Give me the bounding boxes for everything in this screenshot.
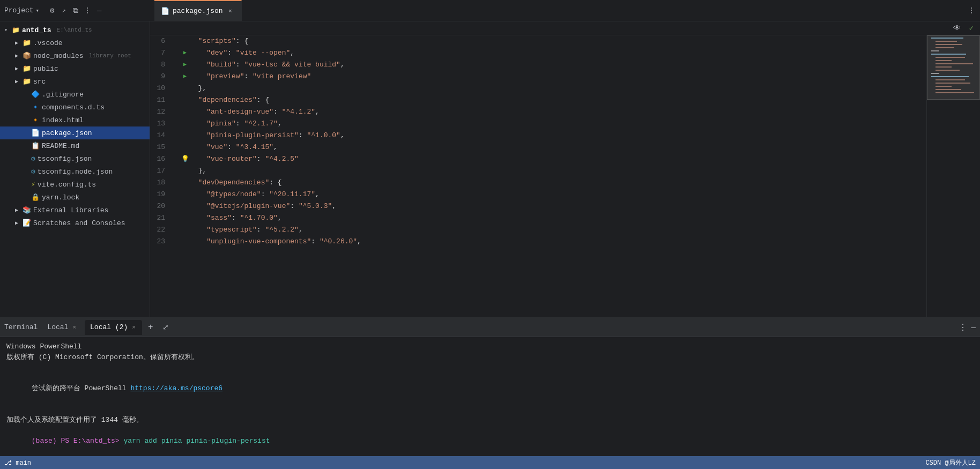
line-number-8: 8: [150, 59, 172, 71]
term-text-1: Windows PowerShell: [6, 343, 81, 351]
main-layout: ▾ 📁 antd_ts E:\antd_ts ▶ 📁 .vscode ▶ 📦 n…: [0, 21, 980, 317]
sidebar-item-vscode[interactable]: ▶ 📁 .vscode: [0, 36, 150, 49]
sidebar-item-yarn-lock[interactable]: ▶ 🔒 yarn.lock: [0, 191, 150, 204]
title-bar-right: ⋮: [967, 6, 976, 15]
term-link-pscore6[interactable]: https://aka.ms/pscore6: [130, 384, 222, 392]
sidebar-item-tsconfig-node[interactable]: ▶ ⚙ tsconfig.node.json: [0, 165, 150, 178]
sidebar-root[interactable]: ▾ 📁 antd_ts E:\antd_ts: [0, 24, 150, 36]
gutter-15: ▶: [180, 142, 190, 153]
code-line-10: ▶ },: [180, 83, 926, 94]
terminal-expand-btn[interactable]: ⤢: [159, 321, 172, 334]
line-number-18: 18: [150, 177, 172, 189]
tsconfig-node-label: tsconfig.node.json: [38, 168, 113, 176]
project-dropdown[interactable]: Project ▾: [4, 6, 39, 14]
editor-action-eye[interactable]: 👁: [951, 23, 963, 34]
sidebar-item-tsconfig[interactable]: ▶ ⚙ tsconfig.json: [0, 152, 150, 165]
src-icon: 📁: [23, 77, 31, 86]
sidebar-item-public[interactable]: ▶ 📁 public: [0, 62, 150, 75]
pkg-icon: 📄: [31, 129, 40, 137]
readme-label: README.md: [42, 142, 79, 150]
title-bar: Project ▾ ⚙ ↗ ⧉ ⋮ — 📄 package.json × ⋮: [0, 0, 980, 21]
gutter-17: ▶: [180, 165, 190, 177]
minimize-icon[interactable]: —: [95, 6, 103, 15]
sidebar-item-components-dts[interactable]: ▶ 🔹 components.d.ts: [0, 101, 150, 114]
minimap: [926, 35, 980, 317]
editor-action-check[interactable]: ✓: [967, 23, 976, 34]
sidebar-item-gitignore[interactable]: ▶ 🔷 .gitignore: [0, 88, 150, 101]
sidebar-item-index-html[interactable]: ▶ 🔸 index.html: [0, 114, 150, 126]
run-btn-8[interactable]: ▶: [183, 59, 187, 71]
tab-local2-label: Local (2): [90, 323, 128, 331]
split-icon[interactable]: ⧉: [71, 6, 80, 15]
sidebar-item-package-json[interactable]: ▶ 📄 package.json: [0, 126, 150, 139]
code-line-13: ▶ "pinia": "^2.1.7",: [180, 118, 926, 130]
titlebar-more-icon[interactable]: ⋮: [967, 6, 976, 15]
gutter-6: ▶: [180, 35, 190, 47]
gutter-21: ▶: [180, 212, 190, 224]
code-line-23: ▶ "unplugin-vue-components": "^0.26.0",: [180, 236, 926, 248]
terminal-more-btn[interactable]: ⋮: [959, 322, 967, 333]
line-number-16: 16: [150, 153, 172, 165]
sidebar-item-readme[interactable]: ▶ 📋 README.md: [0, 139, 150, 152]
code-line-22: ▶ "typescript": "^5.2.2",: [180, 224, 926, 236]
line-number-17: 17: [150, 165, 172, 177]
settings-icon[interactable]: ⚙: [48, 6, 56, 15]
term-line-3: 尝试新的跨平台 PowerShell https://aka.ms/pscore…: [6, 373, 974, 405]
sidebar-item-node-modules[interactable]: ▶ 📦 node_modules library root: [0, 49, 150, 62]
vscode-chevron: ▶: [13, 39, 20, 47]
line-number-12: 12: [150, 106, 172, 118]
tsconfig-node-icon: ⚙: [31, 167, 35, 176]
line-number-15: 15: [150, 142, 172, 153]
sidebar-item-external-libs[interactable]: ▶ 📚 External Libraries: [0, 204, 150, 217]
gutter-13: ▶: [180, 118, 190, 130]
tab-label: package.json: [173, 7, 223, 15]
tsconfig-icon: ⚙: [31, 154, 35, 163]
term-line-cmd: (base) PS E:\antd_ts> yarn add pinia pin…: [6, 425, 974, 456]
yarn-label: yarn.lock: [42, 193, 79, 202]
terminal-body[interactable]: Windows PowerShell 版权所有 (C) Microsoft Co…: [0, 337, 980, 456]
tab-local2-close[interactable]: ×: [131, 324, 137, 331]
status-bar: ⎇ main CSDN @局外人LZ: [0, 456, 980, 469]
minimap-thumb[interactable]: [927, 35, 980, 100]
run-btn-7[interactable]: ▶: [183, 47, 187, 59]
code-line-14: ▶ "pinia-plugin-persist": "^1.0.0",: [180, 130, 926, 142]
tab-package-json[interactable]: 📄 package.json ×: [154, 0, 242, 21]
code-area[interactable]: ▶ "scripts": {▶ "dev": "vite --open",▶ "…: [176, 35, 926, 317]
code-line-9: ▶ "preview": "vite preview": [180, 71, 926, 83]
sidebar-item-scratches[interactable]: ▶ 📝 Scratches and Consoles: [0, 217, 150, 229]
editor-toolbar: 👁 ✓: [150, 21, 980, 35]
public-icon: 📁: [23, 64, 31, 73]
code-line-19: ▶ "@types/node": "^20.11.17",: [180, 189, 926, 200]
sidebar: ▾ 📁 antd_ts E:\antd_ts ▶ 📁 .vscode ▶ 📦 n…: [0, 21, 150, 317]
code-line-8: ▶ "build": "vue-tsc && vite build",: [180, 59, 926, 71]
tab-close-btn[interactable]: ×: [226, 7, 235, 16]
term-text-3a: 尝试新的跨平台 PowerShell: [32, 384, 131, 392]
sidebar-item-vite-config[interactable]: ▶ ⚡ vite.config.ts: [0, 178, 150, 191]
vscode-label: .vscode: [33, 39, 63, 47]
node-modules-chevron: ▶: [13, 52, 20, 59]
terminal-tab-local2[interactable]: Local (2) ×: [85, 320, 142, 335]
pkg-label: package.json: [42, 129, 92, 137]
git-branch[interactable]: ⎇ main: [4, 459, 31, 467]
more-icon[interactable]: ⋮: [83, 6, 92, 15]
terminal-add-btn[interactable]: +: [144, 321, 157, 334]
editor-content: 67891011121314151617181920212223 ▶ "scri…: [150, 35, 980, 317]
term-line-blank1: [6, 362, 974, 373]
code-line-16: 💡 "vue-router": "^4.2.5": [180, 153, 926, 165]
gutter-9: ▶: [180, 71, 190, 83]
line-number-20: 20: [150, 200, 172, 212]
terminal-tab-local1[interactable]: Local ×: [42, 320, 83, 335]
src-label: src: [33, 78, 46, 86]
line-number-22: 22: [150, 224, 172, 236]
run-btn-9[interactable]: ▶: [183, 71, 187, 83]
ext-libs-label: External Libraries: [33, 206, 108, 214]
sidebar-item-src[interactable]: ▶ 📁 src: [0, 75, 150, 88]
ext-libs-icon: 📚: [23, 206, 31, 214]
tab-file-icon: 📄: [161, 7, 169, 16]
terminal-tab-bar: Terminal Local × Local (2) × + ⤢ ⋮ —: [0, 318, 980, 337]
tab-local1-close[interactable]: ×: [71, 324, 77, 331]
root-path: E:\antd_ts: [57, 27, 92, 33]
terminal-minimize-btn[interactable]: —: [971, 323, 976, 332]
readme-icon: 📋: [31, 142, 40, 150]
external-icon[interactable]: ↗: [60, 6, 68, 15]
